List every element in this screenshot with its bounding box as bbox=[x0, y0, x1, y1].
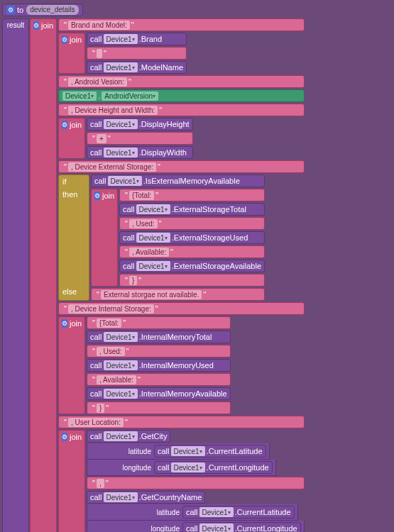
result-label: result bbox=[2, 18, 29, 532]
if-block[interactable]: if then else bbox=[58, 174, 89, 301]
prop-dropdown[interactable]: AndroidVersion bbox=[102, 92, 158, 101]
string-literal[interactable]: ", Device External Storage: " bbox=[58, 160, 305, 173]
string-literal[interactable]: " + " bbox=[87, 132, 193, 145]
gear-icon[interactable] bbox=[62, 35, 67, 44]
call-block[interactable]: callDevice1.DisplayWidth bbox=[87, 146, 193, 159]
join-items: "Brand and Model: " join call Device1 .B… bbox=[58, 18, 305, 532]
result-row: result join "Brand and Model: " join bbox=[1, 18, 393, 532]
call-block[interactable]: callDevice1.DisplayHeight bbox=[87, 118, 193, 131]
string-literal[interactable]: " External storgae not available. " bbox=[91, 288, 265, 301]
proc-header: to device_details bbox=[1, 3, 393, 17]
call-block[interactable]: call Device1 .Brand bbox=[87, 33, 187, 45]
outer-join[interactable]: join bbox=[30, 18, 57, 532]
gear-icon[interactable] bbox=[6, 6, 15, 14]
string-literal[interactable]: ", Android Vesion: " bbox=[58, 75, 305, 88]
proc-name-slot[interactable]: device_details bbox=[26, 5, 78, 15]
call-getcountry[interactable]: callDevice1.GetCountryName bbox=[87, 491, 205, 504]
call-block[interactable]: call Device1 .ModelName bbox=[87, 61, 187, 74]
gear-icon[interactable] bbox=[62, 319, 67, 328]
string-literal[interactable]: "Brand and Model: " bbox=[58, 18, 305, 31]
property-getter[interactable]: Device1 . AndroidVersion bbox=[58, 89, 305, 102]
device-dropdown[interactable]: Device1 bbox=[104, 34, 138, 44]
blocks-canvas: to device_details result join "Brand and… bbox=[0, 0, 394, 532]
join-block[interactable]: join bbox=[58, 33, 85, 74]
gear-icon[interactable] bbox=[94, 192, 100, 200]
proc-to-block[interactable]: to device_details bbox=[2, 4, 83, 16]
join-block[interactable]: join bbox=[58, 118, 85, 159]
gear-icon[interactable] bbox=[62, 121, 67, 129]
gear-icon[interactable] bbox=[62, 433, 67, 441]
device-dropdown[interactable]: Device1 bbox=[104, 62, 138, 72]
call-block[interactable]: callDevice1.IsExternalMemoryAvailable bbox=[91, 174, 265, 187]
device-dropdown[interactable]: Device1 bbox=[62, 92, 97, 101]
arg-lon: longitude callDevice1.CurrentLongitude bbox=[87, 460, 276, 476]
arg-lat: latitude callDevice1.CurrentLatitude bbox=[87, 443, 270, 460]
gear-icon[interactable] bbox=[33, 21, 39, 30]
to-label: to bbox=[17, 5, 23, 15]
string-literal[interactable]: " " bbox=[87, 47, 187, 60]
join-block[interactable]: join bbox=[91, 189, 118, 287]
call-getcity[interactable]: callDevice1.GetCity bbox=[87, 430, 170, 443]
string-literal[interactable]: ", Device Height and Width: " bbox=[58, 104, 305, 116]
